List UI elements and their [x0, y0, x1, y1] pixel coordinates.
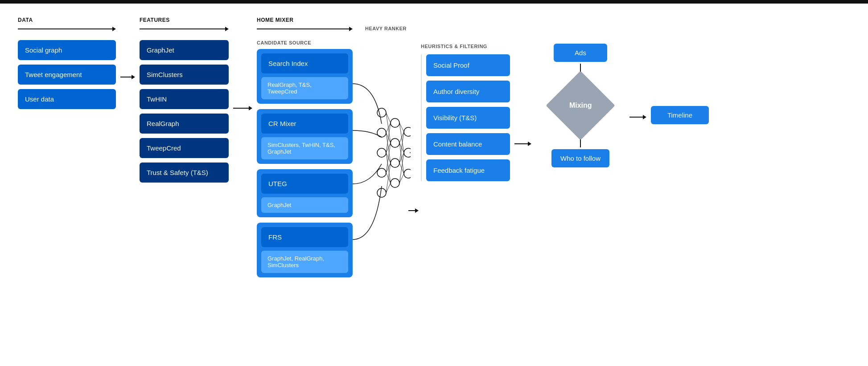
mixing-diamond-label: Mixing [569, 102, 592, 110]
top-bar [0, 0, 868, 4]
features-item-realgraph[interactable]: RealGraph [140, 114, 229, 134]
features-item-graphjet[interactable]: GraphJet [140, 40, 229, 60]
candidate-group-frs: FRS GraphJet, RealGraph, SimClusters [257, 223, 353, 277]
candidate-frs-subtitle: GraphJet, RealGraph, SimClusters [261, 251, 348, 273]
heuristic-feedback-fatigue[interactable]: Feedback fatigue [426, 159, 510, 181]
main-container: DATA Social graph Tweet engagement User … [0, 4, 868, 366]
candidate-search-index[interactable]: Search Index [261, 53, 348, 73]
svg-point-6 [391, 138, 399, 147]
svg-point-10 [404, 148, 411, 157]
heuristic-content-balance[interactable]: Content balance [426, 133, 510, 155]
data-item-tweet-engagement[interactable]: Tweet engagement [18, 65, 116, 85]
heuristic-author-diversity[interactable]: Author diversity [426, 81, 510, 102]
candidate-crmixer-subtitle: SimClusters, TwHIN, T&S, GraphJet [261, 137, 348, 159]
data-section-label: DATA [18, 17, 116, 23]
candidate-uteg-subtitle: GraphJet [261, 197, 348, 213]
candidate-search-subtitle: RealGraph, T&S, TweepCred [261, 77, 348, 99]
svg-point-11 [404, 169, 411, 178]
data-item-user-data[interactable]: User data [18, 89, 116, 109]
heuristic-visibility[interactable]: Visibility (T&S) [426, 107, 510, 129]
candidate-group-crmixer: CR Mixer SimClusters, TwHIN, T&S, GraphJ… [257, 109, 353, 164]
heavy-ranker-label: HEAVY RANKER [365, 26, 407, 31]
candidate-source-label: CANDIDATE SOURCE [257, 40, 353, 45]
data-item-social-graph[interactable]: Social graph [18, 40, 116, 60]
features-item-twhin[interactable]: TwHIN [140, 89, 229, 109]
mixing-diamond-container: Mixing [556, 79, 605, 132]
features-item-tweepcred[interactable]: TweepCred [140, 138, 229, 158]
svg-point-7 [391, 159, 399, 167]
svg-point-0 [377, 108, 386, 117]
features-item-simclusters[interactable]: SimClusters [140, 65, 229, 85]
svg-point-4 [377, 188, 386, 197]
candidate-uteg[interactable]: UTEG [261, 174, 348, 194]
home-mixer-section-label: HOME MIXER [257, 17, 353, 23]
svg-point-2 [377, 148, 386, 157]
candidate-crmixer[interactable]: CR Mixer [261, 114, 348, 134]
home-mixer-arrow-line [257, 27, 353, 31]
mixing-diamond[interactable]: Mixing [546, 71, 615, 140]
features-section-label: FEATURES [140, 17, 229, 23]
svg-point-8 [391, 179, 399, 187]
features-item-trust-safety[interactable]: Trust & Safety (T&S) [140, 163, 229, 183]
candidate-group-uteg: UTEG GraphJet [257, 169, 353, 217]
candidate-group-search: Search Index RealGraph, T&S, TweepCred [257, 49, 353, 104]
timeline-section: Timeline [651, 17, 709, 124]
svg-point-3 [377, 168, 386, 177]
svg-point-1 [377, 128, 386, 137]
curved-connections-svg [353, 44, 411, 302]
data-arrow-line [18, 27, 116, 31]
features-arrow-line [140, 27, 229, 31]
mixing-section: Ads Mixing Who to fo [536, 17, 625, 167]
mixing-who-to-follow-box[interactable]: Who to follow [551, 149, 609, 167]
svg-point-9 [404, 127, 411, 136]
heuristic-social-proof[interactable]: Social Proof [426, 54, 510, 76]
timeline-box[interactable]: Timeline [651, 106, 709, 124]
candidate-frs[interactable]: FRS [261, 227, 348, 247]
heuristics-inner: Social Proof Author diversity Visibility… [421, 54, 510, 181]
svg-point-5 [391, 118, 399, 127]
mixing-ads-box[interactable]: Ads [554, 44, 607, 62]
heuristics-section-label: HEURISTICS & FILTERING [421, 44, 510, 49]
